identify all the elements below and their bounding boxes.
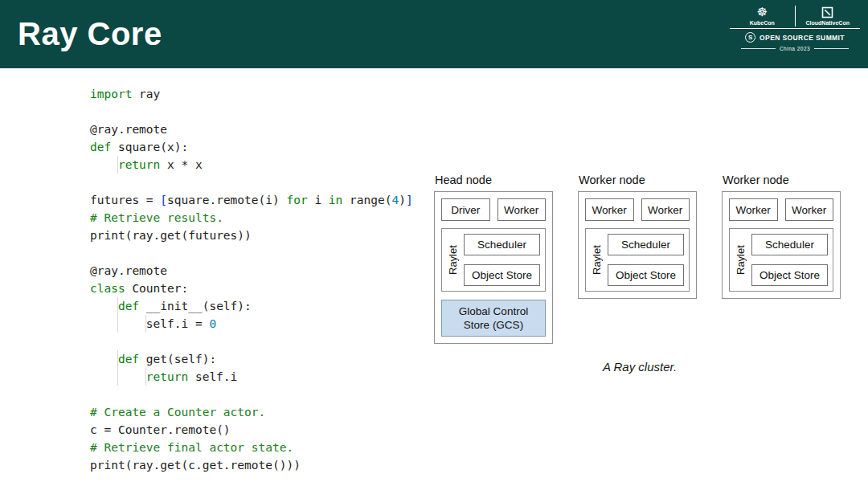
process-box: Object Store xyxy=(464,264,540,286)
process-row: DriverWorker xyxy=(441,198,546,221)
code-token: in xyxy=(329,194,342,206)
process-box: Worker xyxy=(785,198,834,221)
code-token: x * x xyxy=(160,158,202,171)
code-token: c = Counter.remote() xyxy=(90,423,231,436)
cloudnativecon-label: CloudNativeCon xyxy=(806,20,850,26)
cloudnativecon-icon xyxy=(821,6,833,18)
indent-guide xyxy=(118,368,146,386)
code-line xyxy=(90,244,413,262)
code-line: print(ray.get(futures)) xyxy=(90,227,413,244)
kubecon-wheel-icon: ☸ xyxy=(757,6,768,18)
code-token: return xyxy=(118,158,160,171)
code-token: square(x): xyxy=(111,141,188,153)
code-token: futures = xyxy=(90,194,160,206)
process-box: Worker xyxy=(641,198,690,221)
process-box: Worker xyxy=(729,198,778,221)
code-token: @ray.remote xyxy=(90,123,167,136)
summit-year: China 2023 xyxy=(730,44,860,51)
node-title: Head node xyxy=(435,174,553,186)
code-line: # Create a Counter actor. xyxy=(90,403,413,421)
cloudnativecon-logo: CloudNativeCon xyxy=(796,4,861,28)
code-token: # Create a Counter actor. xyxy=(90,406,265,419)
raylet-group: RayletSchedulerObject Store xyxy=(585,228,690,292)
code-token: self.i = xyxy=(146,317,210,330)
indent-guide xyxy=(90,350,118,368)
raylet-stack: SchedulerObject Store xyxy=(608,234,684,286)
conference-logos: ☸ KubeCon CloudNativeCon S OPEN SOUR xyxy=(730,4,860,51)
ray-cluster-diagram: Head nodeDriverWorkerRayletSchedulerObje… xyxy=(434,174,845,374)
code-token: Counter: xyxy=(125,282,189,295)
code-line: futures = [square.remote(i) for i in ran… xyxy=(90,191,413,209)
code-token: square.remote(i) xyxy=(167,194,286,206)
process-box: Worker xyxy=(585,198,634,221)
code-token: # Retrieve final actor state. xyxy=(90,441,293,454)
process-row: WorkerWorker xyxy=(585,198,690,221)
code-token: get(self): xyxy=(139,353,216,366)
code-token: i xyxy=(308,194,329,206)
process-box: Object Store xyxy=(751,264,828,286)
code-token: @ray.remote xyxy=(90,264,167,277)
node-title: Worker node xyxy=(723,174,841,186)
code-token: return xyxy=(146,370,188,383)
code-token: ray xyxy=(132,88,160,100)
raylet-label: Raylet xyxy=(447,234,459,286)
process-box: Scheduler xyxy=(464,234,540,255)
code-token: def xyxy=(118,300,139,312)
code-line: print(ray.get(c.get.remote())) xyxy=(90,456,413,474)
slide: Ray Core ☸ KubeCon CloudNativeCon xyxy=(0,0,868,482)
logo-row: ☸ KubeCon CloudNativeCon xyxy=(730,4,860,28)
kubecon-label: KubeCon xyxy=(750,20,775,26)
code-token: ] xyxy=(406,194,413,206)
code-block: import ray@ray.remotedef square(x):retur… xyxy=(90,85,413,474)
process-box: Driver xyxy=(441,198,490,221)
cluster-node: Worker nodeWorkerWorkerRayletSchedulerOb… xyxy=(722,174,841,299)
raylet-label: Raylet xyxy=(735,234,747,286)
year-line-left xyxy=(741,48,776,49)
raylet-group: RayletSchedulerObject Store xyxy=(729,228,833,292)
indent-guide xyxy=(90,297,118,315)
gcs-box: Global Control Store (GCS) xyxy=(441,300,546,337)
summit-label: OPEN SOURCE SUMMIT xyxy=(760,34,845,42)
open-source-summit-logo: S OPEN SOURCE SUMMIT xyxy=(730,28,860,44)
raylet-stack: SchedulerObject Store xyxy=(464,234,540,286)
code-token: range( xyxy=(342,194,391,206)
code-token: self.i xyxy=(188,370,237,383)
indent-guide xyxy=(90,315,118,333)
code-line: def square(x): xyxy=(90,138,413,156)
code-line xyxy=(90,174,413,191)
code-token: import xyxy=(90,88,132,100)
code-line: return self.i xyxy=(90,368,413,386)
process-box: Scheduler xyxy=(751,234,828,255)
process-box: Scheduler xyxy=(608,234,684,255)
raylet-group: RayletSchedulerObject Store xyxy=(441,228,546,292)
raylet-stack: SchedulerObject Store xyxy=(751,234,828,286)
code-line: @ray.remote xyxy=(90,120,413,138)
diagram-caption: A Ray cluster. xyxy=(434,360,845,374)
kubecon-logo: ☸ KubeCon xyxy=(730,4,795,28)
process-box: Worker xyxy=(497,198,547,221)
process-box: Object Store xyxy=(608,264,684,286)
code-line: # Retrieve results. xyxy=(90,209,413,227)
code-token: for xyxy=(286,194,307,206)
summit-s-icon: S xyxy=(745,32,755,43)
code-line: def get(self): xyxy=(90,350,413,368)
code-line: import ray xyxy=(90,85,413,103)
code-token: 0 xyxy=(209,317,216,330)
page-title: Ray Core xyxy=(18,0,162,68)
code-token: def xyxy=(118,353,139,366)
code-token: def xyxy=(90,141,111,153)
code-token: 4 xyxy=(391,194,399,206)
node-box: DriverWorkerRayletSchedulerObject StoreG… xyxy=(434,191,553,344)
code-token: class xyxy=(90,282,125,295)
process-row: WorkerWorker xyxy=(729,198,833,221)
code-line xyxy=(90,386,413,403)
code-line xyxy=(90,103,413,120)
code-line xyxy=(90,333,413,350)
code-line: c = Counter.remote() xyxy=(90,421,413,439)
node-box: WorkerWorkerRayletSchedulerObject Store xyxy=(722,191,841,299)
indent-guide xyxy=(90,368,118,386)
code-token: # Retrieve results. xyxy=(90,211,223,224)
year-label: China 2023 xyxy=(780,46,810,51)
code-token: ) xyxy=(399,194,406,206)
code-token: [ xyxy=(160,194,167,206)
